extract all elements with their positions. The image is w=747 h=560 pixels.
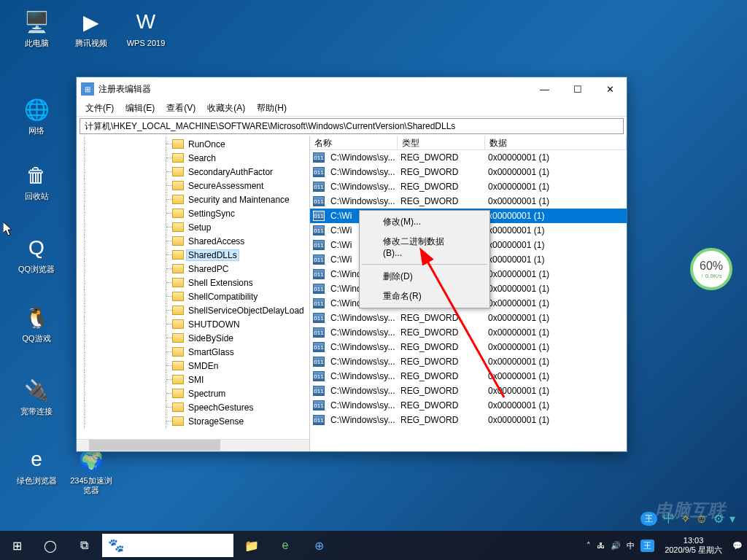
ctx-rename[interactable]: 重命名(R)	[361, 287, 488, 306]
titlebar[interactable]: ⊞ 注册表编辑器 — ☐ ✕	[77, 77, 627, 101]
value-row[interactable]: 011C:\Windows\sy...REG_DWORD0x00000001 (…	[310, 325, 627, 340]
ime-opt-5[interactable]: ▾	[729, 512, 735, 526]
tree-item[interactable]: Search	[78, 151, 309, 165]
desktop-icon-宽带连接[interactable]: 🔌宽带连接	[15, 376, 58, 416]
col-data[interactable]: 数据	[485, 136, 627, 149]
tree-item[interactable]: SMDEn	[78, 359, 309, 373]
cell-data: 0x00000001 (1)	[484, 195, 627, 207]
desktop-icon-腾讯视频[interactable]: ▶腾讯视频	[69, 7, 113, 48]
menu-view[interactable]: 查看(V)	[160, 101, 201, 116]
menu-help[interactable]: 帮助(H)	[251, 101, 293, 116]
tray-chevron-icon[interactable]: ˄	[587, 541, 591, 551]
desktop-label: 宽带连接	[15, 407, 58, 416]
tree-label: Search	[187, 153, 217, 163]
taskview-button[interactable]: ⧉	[67, 531, 101, 560]
tree-item[interactable]: ShellServiceObjectDelayLoad	[78, 303, 309, 317]
cortana-button[interactable]: ◯	[34, 531, 67, 560]
tree-item[interactable]: Shell Extensions	[78, 276, 309, 289]
tree-label: SettingSync	[187, 209, 236, 219]
ctx-delete[interactable]: 删除(D)	[361, 267, 488, 287]
menu-edit[interactable]: 编辑(E)	[120, 101, 160, 116]
desktop-icon-绿色浏览器[interactable]: e绿色浏览器	[15, 445, 58, 486]
desktop-icon-QQ浏览器[interactable]: QQQ浏览器	[15, 233, 58, 274]
col-name[interactable]: 名称	[310, 136, 398, 149]
ime-opt-3[interactable]: ☺	[696, 513, 708, 526]
dword-icon: 011	[313, 254, 325, 265]
address-text: 计算机\HKEY_LOCAL_MACHINE\SOFTWARE\Microsof…	[85, 120, 455, 133]
tree-item[interactable]: SecureAssessment	[78, 179, 309, 192]
tree-item[interactable]: Setup	[78, 220, 309, 234]
tree-label: Shell Extensions	[187, 278, 255, 288]
tray-network-icon[interactable]: 🖧	[597, 541, 605, 550]
list-body[interactable]: 011C:\Windows\sy...REG_DWORD0x00000001 (…	[310, 150, 627, 451]
desktop-icon-回收站[interactable]: 🗑回收站	[15, 160, 58, 201]
tree-item[interactable]: SettingSync	[78, 206, 309, 220]
folder-icon	[172, 375, 184, 384]
tray-volume-icon[interactable]: 🔊	[611, 541, 621, 551]
speed-rate: ↑ 0.9K/s	[701, 273, 722, 279]
value-row[interactable]: 011C:\Windows\sy...REG_DWORD0x00000001 (…	[310, 194, 627, 209]
value-row[interactable]: 011C:\Windows\sy...REG_DWORD0x00000001 (…	[310, 165, 627, 179]
ime-opt-1[interactable]: 中	[663, 511, 675, 526]
tree-item[interactable]: RunOnce	[78, 137, 309, 151]
tree-label: SHUTDOWN	[187, 319, 241, 330]
maximize-button[interactable]: ☐	[561, 78, 594, 100]
ime-wang-icon[interactable]: 王	[640, 512, 657, 526]
ctx-modify-binary[interactable]: 修改二进制数据(B)...	[361, 232, 488, 262]
dword-icon: 011	[313, 211, 325, 221]
start-button[interactable]: ⊞	[0, 531, 34, 560]
desktop-icon-WPS 2019[interactable]: WWPS 2019	[124, 7, 168, 48]
taskbar-app-explorer[interactable]: 📁	[235, 531, 268, 560]
taskbar-app-store[interactable]: ⊕	[302, 531, 336, 560]
desktop-icon-2345加速浏览器[interactable]: 🌍2345加速浏览器	[69, 445, 113, 495]
tree-item[interactable]: ShellCompatibility	[78, 289, 309, 303]
value-row[interactable]: 011C:\Windows\sy...REG_DWORD0x00000001 (…	[310, 179, 627, 194]
ctx-modify[interactable]: 修改(M)...	[361, 212, 488, 232]
value-row[interactable]: 011C:\Windows\sy...REG_DWORD0x00000001 (…	[310, 384, 627, 398]
desktop-icon-QQ游戏[interactable]: 🐧QQ游戏	[15, 303, 58, 343]
network-speed-widget[interactable]: 60% ↑ 0.9K/s	[690, 248, 732, 290]
ime-opt-4[interactable]: ⚙	[713, 512, 724, 526]
minimize-button[interactable]: —	[528, 78, 561, 100]
value-row[interactable]: 011C:\Windows\sy...REG_DWORD0x00000001 (…	[310, 369, 627, 384]
tree-scroll-thumb[interactable]	[89, 440, 220, 451]
tree-pane[interactable]: RunOnceSearchSecondaryAuthFactorSecureAs…	[77, 136, 310, 451]
tree-item[interactable]: SmartGlass	[78, 345, 309, 359]
value-row[interactable]: 011C:\Windows\sy...REG_DWORD0x00000001 (…	[310, 340, 627, 354]
tray-wang-icon[interactable]: 王	[640, 540, 654, 552]
taskbar-clock[interactable]: 13:03 2020/9/5 星期六	[660, 536, 727, 555]
menu-file[interactable]: 文件(F)	[80, 101, 120, 116]
value-row[interactable]: 011C:\Windows\sy...REG_DWORD0x00000001 (…	[310, 150, 627, 165]
value-row[interactable]: 011C:\Windows\sy...REG_DWORD0x00000001 (…	[310, 311, 627, 325]
tree-item[interactable]: SMI	[78, 373, 309, 386]
tree-item[interactable]: SHUTDOWN	[78, 317, 309, 331]
address-bar[interactable]: 计算机\HKEY_LOCAL_MACHINE\SOFTWARE\Microsof…	[80, 118, 624, 134]
tree-item[interactable]: SharedDLLs	[78, 248, 309, 262]
menu-favorites[interactable]: 收藏夹(A)	[201, 101, 251, 116]
speed-percent: 60%	[700, 260, 723, 273]
close-button[interactable]: ✕	[594, 78, 627, 100]
desktop-icon-网络[interactable]: 🌐网络	[15, 95, 58, 136]
cell-type: REG_DWORD	[396, 414, 484, 426]
taskbar-search[interactable]: 🐾	[102, 534, 233, 557]
col-type[interactable]: 类型	[398, 136, 485, 149]
tray-ime-icon[interactable]: 中	[627, 540, 635, 551]
tree-item[interactable]: SecondaryAuthFactor	[78, 165, 309, 179]
value-row[interactable]: 011C:\Windows\sy...REG_DWORD0x00000001 (…	[310, 413, 627, 427]
tree-item[interactable]: SideBySide	[78, 331, 309, 345]
cell-data: 0x00000001 (1)	[484, 400, 627, 411]
tree-item[interactable]: SharedPC	[78, 262, 309, 276]
tree-item[interactable]: Spectrum	[78, 386, 309, 400]
ime-tray[interactable]: 王 中 ✧ ☺ ⚙ ▾	[640, 511, 735, 526]
ime-opt-2[interactable]: ✧	[681, 512, 690, 526]
tree-item[interactable]: Security and Maintenance	[78, 192, 309, 206]
tree-item[interactable]: SharedAccess	[78, 234, 309, 248]
tree-item[interactable]: StorageSense	[78, 414, 309, 428]
dword-icon: 011	[313, 342, 325, 352]
tree-item[interactable]: SpeechGestures	[78, 400, 309, 414]
taskbar-app-browser[interactable]: e	[268, 531, 302, 560]
notifications-button[interactable]: 💬	[732, 541, 743, 551]
desktop-icon-此电脑[interactable]: 🖥️此电脑	[15, 7, 58, 48]
value-row[interactable]: 011C:\Windows\sy...REG_DWORD0x00000001 (…	[310, 398, 627, 413]
value-row[interactable]: 011C:\Windows\sy...REG_DWORD0x00000001 (…	[310, 354, 627, 369]
